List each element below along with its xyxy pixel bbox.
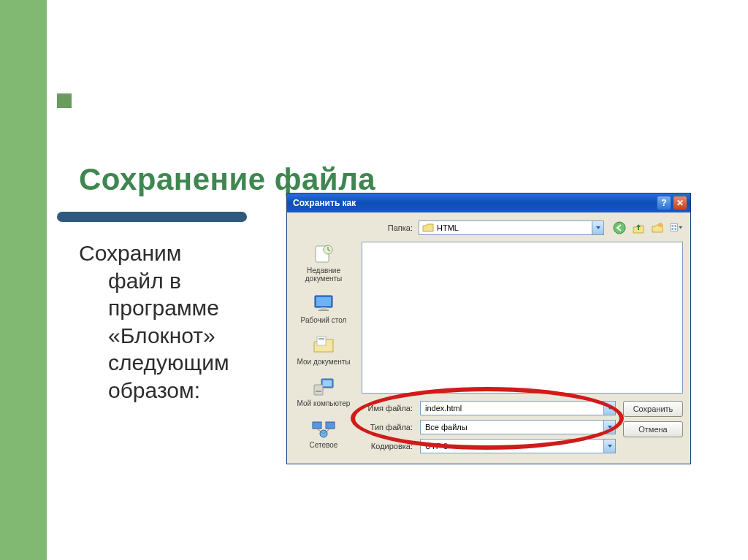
close-button[interactable]: ✕ bbox=[673, 196, 687, 210]
close-icon: ✕ bbox=[676, 198, 684, 208]
place-recent-documents[interactable]: Недавние документы bbox=[290, 240, 357, 287]
place-label: Мои документы bbox=[297, 358, 351, 366]
help-icon: ? bbox=[661, 198, 666, 208]
place-label: Мой компьютер bbox=[297, 399, 351, 407]
place-network[interactable]: Сетевое bbox=[290, 415, 357, 453]
folder-row: Папка: HTML bbox=[362, 218, 683, 237]
slide-title-underline bbox=[57, 212, 247, 222]
filename-label: Имя файла: bbox=[362, 404, 413, 413]
save-as-dialog: Сохранить как ? ✕ Недавние документы bbox=[286, 193, 691, 464]
body-first-word: Сохраним bbox=[79, 241, 181, 265]
svg-rect-4 bbox=[321, 307, 327, 310]
folder-icon bbox=[422, 223, 434, 233]
place-label: Рабочий стол bbox=[301, 316, 347, 324]
place-my-computer[interactable]: Мой компьютер bbox=[290, 373, 357, 412]
filetype-row: Тип файла: Все файлы bbox=[362, 420, 616, 434]
places-bar: Недавние документы Рабочий стол Мои доку… bbox=[290, 218, 357, 453]
chevron-down-icon[interactable] bbox=[603, 421, 615, 434]
svg-rect-3 bbox=[316, 297, 331, 306]
filetype-value: Все файлы bbox=[425, 423, 468, 431]
place-desktop[interactable]: Рабочий стол bbox=[290, 290, 357, 329]
slide-bullet-square bbox=[57, 93, 72, 108]
svg-rect-13 bbox=[313, 422, 321, 429]
svg-point-17 bbox=[658, 223, 663, 227]
toolbar-nav-icons bbox=[610, 221, 683, 234]
filetype-select[interactable]: Все файлы bbox=[420, 420, 616, 434]
dialog-title: Сохранить как bbox=[293, 198, 356, 208]
dialog-titlebar[interactable]: Сохранить как ? ✕ bbox=[287, 193, 690, 212]
dialog-main-area: Папка: HTML bbox=[362, 218, 683, 453]
svg-rect-12 bbox=[316, 391, 321, 392]
desktop-icon bbox=[311, 293, 336, 315]
dialog-body: Недавние документы Рабочий стол Мои доку… bbox=[287, 212, 690, 464]
svg-rect-21 bbox=[671, 228, 673, 229]
chevron-down-icon[interactable] bbox=[603, 440, 615, 453]
fields-column: Имя файла: index.html Тип файла: Все фай… bbox=[362, 401, 616, 453]
up-one-level-button[interactable] bbox=[632, 221, 645, 234]
svg-rect-19 bbox=[671, 225, 673, 226]
filename-input[interactable]: index.html bbox=[420, 401, 616, 415]
slide-title: Сохранение файла bbox=[79, 162, 375, 197]
chevron-down-icon[interactable] bbox=[603, 402, 615, 415]
encoding-row: Кодировка: UTF-8 bbox=[362, 439, 616, 453]
encoding-select[interactable]: UTF-8 bbox=[420, 439, 616, 453]
network-icon bbox=[311, 418, 336, 440]
my-computer-icon bbox=[311, 376, 336, 398]
slide-body-text: Сохраним файл в программе «Блокнот» след… bbox=[79, 239, 283, 404]
help-button[interactable]: ? bbox=[657, 196, 671, 210]
presentation-slide: Сохранение файла Сохраним файл в програм… bbox=[0, 0, 748, 560]
svg-point-16 bbox=[614, 222, 625, 234]
svg-rect-22 bbox=[675, 228, 676, 229]
views-button[interactable] bbox=[670, 221, 683, 234]
encoding-label: Кодировка: bbox=[362, 442, 413, 450]
back-button[interactable] bbox=[613, 221, 626, 234]
place-label: Сетевое bbox=[310, 441, 338, 449]
bottom-rows: Имя файла: index.html Тип файла: Все фай… bbox=[362, 401, 683, 453]
svg-rect-6 bbox=[317, 337, 326, 345]
svg-rect-14 bbox=[326, 422, 335, 429]
place-label: Недавние документы bbox=[290, 266, 357, 283]
buttons-column: Сохранить Отмена bbox=[623, 401, 683, 453]
recent-documents-icon bbox=[311, 243, 336, 265]
chevron-down-icon[interactable] bbox=[592, 221, 603, 234]
file-list-pane[interactable] bbox=[362, 242, 683, 394]
svg-rect-18 bbox=[671, 223, 678, 231]
filename-value: index.html bbox=[425, 404, 462, 413]
svg-rect-7 bbox=[318, 338, 324, 339]
save-button[interactable]: Сохранить bbox=[623, 401, 683, 417]
svg-rect-8 bbox=[318, 340, 324, 340]
svg-rect-5 bbox=[318, 310, 329, 311]
place-my-documents[interactable]: Мои документы bbox=[290, 331, 357, 370]
titlebar-buttons: ? ✕ bbox=[657, 196, 687, 210]
slide-left-accent bbox=[0, 0, 47, 560]
encoding-value: UTF-8 bbox=[425, 442, 448, 450]
folder-label: Папка: bbox=[362, 223, 413, 232]
svg-rect-20 bbox=[675, 225, 676, 226]
filename-row: Имя файла: index.html bbox=[362, 401, 616, 415]
body-rest: файл в программе «Блокнот» следующим обр… bbox=[79, 267, 283, 404]
cancel-button[interactable]: Отмена bbox=[623, 421, 683, 437]
new-folder-button[interactable] bbox=[651, 221, 664, 234]
svg-rect-10 bbox=[323, 380, 332, 386]
folder-value: HTML bbox=[437, 223, 459, 232]
svg-rect-11 bbox=[314, 385, 323, 395]
folder-select[interactable]: HTML bbox=[419, 220, 604, 235]
filetype-label: Тип файла: bbox=[362, 423, 413, 431]
my-documents-icon bbox=[311, 334, 336, 356]
